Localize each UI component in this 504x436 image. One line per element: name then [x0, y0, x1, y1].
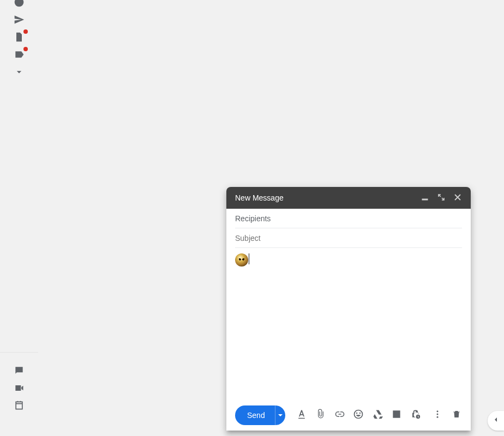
more-vert-icon — [433, 409, 442, 421]
nav-sidebar — [0, 0, 38, 436]
send-button[interactable]: Send — [235, 405, 275, 425]
chat-icon — [14, 365, 25, 378]
sidebar-item-snoozed[interactable] — [8, 0, 30, 12]
recipients-placeholder[interactable]: Recipients — [235, 214, 462, 223]
calendar-icon — [14, 400, 25, 413]
link-icon — [334, 409, 345, 422]
sidebar-item-drafts[interactable] — [8, 29, 30, 47]
image-button[interactable] — [388, 407, 404, 424]
sidebar-item-meet[interactable] — [8, 380, 30, 398]
svg-rect-0 — [422, 199, 428, 200]
sidebar-item-sent[interactable] — [8, 12, 30, 29]
sidebar-item-chat[interactable] — [8, 363, 30, 380]
minimize-icon — [422, 193, 428, 202]
drive-icon — [372, 409, 383, 422]
body-emoji — [235, 253, 248, 267]
chevron-left-icon — [491, 415, 500, 426]
compose-header-controls — [418, 191, 464, 204]
compose-dialog: New Message Recipients — [226, 187, 471, 431]
drafts-badge — [23, 29, 28, 34]
chevron-down-icon — [14, 66, 25, 80]
emoji-icon — [353, 409, 364, 422]
videocam-icon — [14, 383, 25, 396]
label-icon — [14, 49, 25, 62]
link-button[interactable] — [332, 407, 347, 424]
svg-point-2 — [437, 414, 439, 415]
compose-body[interactable] — [226, 248, 471, 402]
close-button[interactable] — [451, 191, 464, 204]
send-split-button: Send — [235, 405, 285, 425]
side-panel-toggle[interactable] — [488, 411, 504, 431]
nav-bottom-group — [8, 363, 30, 415]
svg-point-3 — [437, 416, 439, 418]
compose-fields: Recipients — [226, 209, 471, 248]
caret-down-icon — [278, 411, 283, 420]
image-icon — [391, 409, 402, 422]
expand-icon — [438, 193, 445, 202]
lock-clock-icon — [410, 409, 421, 422]
compose-header[interactable]: New Message — [226, 187, 471, 209]
subject-row[interactable] — [235, 228, 462, 248]
formatting-button[interactable] — [294, 407, 310, 424]
compose-title: New Message — [235, 193, 418, 202]
file-icon — [14, 32, 25, 45]
sidebar-item-rooms[interactable] — [8, 398, 30, 415]
send-icon — [14, 14, 25, 27]
svg-point-1 — [437, 410, 439, 412]
clock-icon — [14, 0, 25, 10]
sidebar-item-category[interactable] — [8, 47, 30, 64]
nav-top-group — [8, 0, 30, 82]
recipients-row[interactable]: Recipients — [235, 209, 462, 228]
send-more-button[interactable] — [275, 405, 285, 425]
close-icon — [454, 193, 461, 202]
minimize-button[interactable] — [418, 191, 431, 204]
attach-icon — [315, 409, 326, 422]
text-caret — [249, 253, 249, 264]
formatting-icon — [296, 409, 307, 422]
more-options-button[interactable] — [430, 407, 446, 424]
sidebar-item-more[interactable] — [8, 64, 30, 82]
compose-toolbar: Send — [226, 402, 471, 431]
fullscreen-button[interactable] — [435, 191, 448, 204]
drive-button[interactable] — [370, 407, 386, 424]
trash-icon — [452, 409, 461, 421]
subject-input[interactable] — [235, 234, 462, 243]
confidential-button[interactable] — [407, 407, 423, 424]
send-label: Send — [247, 411, 265, 420]
attach-button[interactable] — [313, 407, 329, 424]
discard-button[interactable] — [448, 407, 464, 424]
category-badge — [23, 47, 28, 51]
emoji-button[interactable] — [351, 407, 367, 424]
